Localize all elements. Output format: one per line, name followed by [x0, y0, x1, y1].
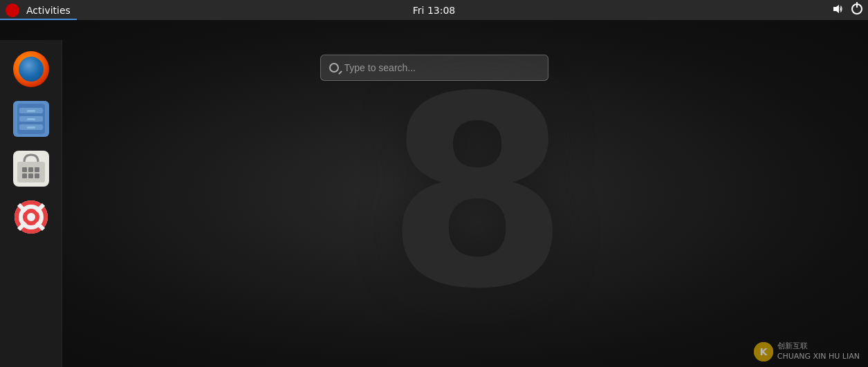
drawer-handle-1 — [27, 110, 35, 112]
svg-rect-3 — [28, 167, 33, 172]
brand-logo: K — [754, 342, 773, 361]
drawer-handle-2 — [27, 118, 35, 120]
svg-text:K: K — [759, 346, 768, 357]
topbar: Activities Fri 13:08 — [0, 0, 868, 20]
help-icon — [13, 199, 49, 238]
svg-rect-6 — [28, 173, 33, 178]
dock-item-files[interactable] — [9, 97, 53, 141]
firefox-globe — [19, 57, 44, 82]
search-input[interactable] — [344, 62, 539, 73]
redhat-logo — [6, 3, 19, 17]
software-icon — [13, 151, 49, 187]
drawer-row-1 — [19, 108, 43, 113]
dock — [0, 40, 62, 367]
topbar-right — [832, 3, 862, 17]
drawer-handle-3 — [27, 126, 35, 129]
filemanager-body — [17, 104, 45, 134]
search-container — [320, 55, 548, 81]
svg-marker-0 — [833, 5, 839, 13]
svg-point-12 — [27, 213, 35, 221]
svg-rect-2 — [22, 167, 27, 172]
brand-logo-svg: K — [754, 342, 773, 361]
desktop: 8 — [0, 20, 868, 367]
os-version-watermark: 8 — [386, 62, 569, 325]
svg-rect-5 — [22, 173, 27, 178]
brand-text: 创新互联 CHUANG XIN HU LIAN — [777, 341, 860, 361]
power-icon[interactable] — [851, 3, 862, 17]
filemanager-icon — [13, 101, 49, 137]
dock-item-software[interactable] — [9, 147, 53, 191]
search-bar — [320, 55, 548, 81]
search-icon — [329, 63, 339, 73]
dock-item-help[interactable] — [9, 196, 53, 241]
topbar-left: Activities — [6, 3, 73, 17]
dock-item-firefox[interactable] — [9, 47, 53, 91]
brand-pinyin: CHUANG XIN HU LIAN — [777, 352, 860, 361]
power-circle — [851, 3, 862, 15]
drawer-row-2 — [19, 116, 43, 122]
help-svg — [13, 199, 49, 235]
software-svg — [13, 151, 49, 187]
brand-watermark: K 创新互联 CHUANG XIN HU LIAN — [754, 341, 860, 361]
topbar-datetime: Fri 13:08 — [413, 5, 455, 16]
drawer-row-3 — [19, 124, 43, 130]
firefox-icon — [13, 51, 49, 87]
svg-rect-4 — [35, 167, 39, 172]
volume-icon[interactable] — [832, 3, 843, 17]
brand-chinese: 创新互联 — [777, 341, 860, 351]
svg-rect-7 — [35, 173, 39, 178]
activities-button[interactable]: Activities — [24, 5, 73, 16]
activities-underline — [0, 19, 77, 20]
